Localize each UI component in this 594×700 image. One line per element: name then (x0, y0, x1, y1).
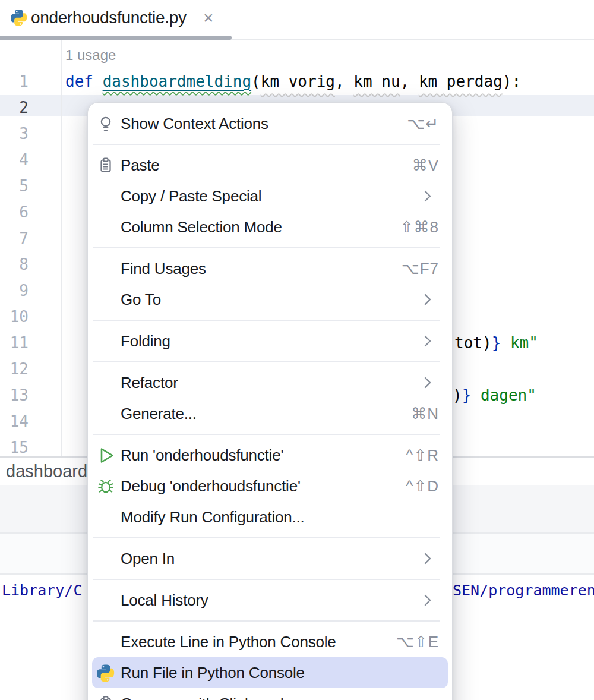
menu-item-execute-line-in-python-console[interactable]: Execute Line in Python Console⌥⇧E (92, 626, 448, 657)
menu-item-label: Compare with Clipboard (121, 695, 439, 700)
line-number[interactable]: 13 (0, 382, 29, 408)
menu-item-run-file-in-python-console[interactable]: Run File in Python Console (92, 657, 448, 688)
menu-separator (93, 361, 440, 362)
usage-inlay-hint[interactable]: 1 usage (65, 42, 116, 68)
code-line-1: def dashboardmelding(km_vorig, km_nu, km… (65, 68, 521, 94)
editor-context-menu: Show Context Actions⌥↵Paste⌘VCopy / Past… (87, 102, 453, 700)
editor-tab-bar: onderhoudsfunctie.py × (0, 0, 594, 40)
console-path-right: SEN/programmeren (453, 581, 594, 600)
menu-item-copy-paste-special[interactable]: Copy / Paste Special (92, 181, 448, 212)
code-fragment-line-13: )} dagen" (453, 382, 536, 408)
code-fragment-line-11: tot)} km" (454, 330, 538, 356)
chevron-right-icon (424, 594, 432, 607)
code-token-param: km_vorig (261, 72, 335, 90)
menu-item-label: Debug 'onderhoudsfunctie' (121, 477, 406, 496)
console-path-left: Library/C (2, 581, 87, 600)
code-token-function: dashboardmelding (103, 72, 251, 90)
menu-item-label: Local History (121, 591, 424, 610)
menu-item-label: Paste (121, 156, 412, 175)
chevron-right-icon (424, 293, 432, 306)
line-number[interactable]: 6 (0, 199, 29, 225)
chevron-right-icon (424, 335, 432, 348)
line-number[interactable]: 12 (0, 356, 29, 382)
line-number[interactable]: 8 (0, 251, 29, 278)
python-file-icon (11, 9, 27, 26)
menu-item-refactor[interactable]: Refactor (92, 367, 448, 398)
line-number[interactable]: 3 (0, 121, 29, 147)
menu-item-find-usages[interactable]: Find Usages⌥F7 (92, 253, 448, 284)
menu-item-shortcut: ⌥↵ (407, 115, 439, 133)
menu-item-label: Open In (121, 550, 424, 568)
code-token-string: km" (501, 334, 538, 352)
menu-item-modify-run-configuration[interactable]: Modify Run Configuration... (92, 502, 448, 532)
menu-item-local-history[interactable]: Local History (92, 585, 448, 616)
tab-close-icon[interactable]: × (203, 0, 214, 36)
menu-item-shortcut: ⇧⌘8 (400, 218, 439, 237)
menu-item-generate[interactable]: Generate...⌘N (92, 398, 448, 429)
menu-item-folding[interactable]: Folding (92, 326, 448, 357)
menu-item-show-context-actions[interactable]: Show Context Actions⌥↵ (92, 108, 448, 139)
paste-icon (97, 695, 115, 700)
menu-item-run-onderhoudsfunctie[interactable]: Run 'onderhoudsfunctie'^⇧R (92, 440, 448, 471)
line-number[interactable]: 4 (0, 147, 29, 173)
run-icon (97, 446, 115, 464)
menu-separator (93, 144, 440, 145)
menu-separator (93, 579, 440, 580)
menu-item-label: Refactor (121, 374, 424, 392)
python-logo-icon (97, 664, 115, 682)
menu-separator (93, 537, 440, 538)
menu-item-shortcut: ^⇧D (406, 477, 439, 496)
editor-gutter: 123456789101112131415 (0, 40, 62, 456)
menu-item-debug-onderhoudsfunctie[interactable]: Debug 'onderhoudsfunctie'^⇧D (92, 471, 448, 502)
menu-item-label: Run 'onderhoudsfunctie' (121, 446, 406, 465)
line-number[interactable]: 2 (0, 94, 29, 121)
line-number[interactable]: 14 (0, 408, 29, 434)
code-token-plain: , (335, 72, 353, 90)
line-number[interactable]: 10 (0, 304, 29, 330)
active-tab-indicator (0, 36, 232, 40)
line-number[interactable]: 9 (0, 278, 29, 304)
menu-item-label: Show Context Actions (121, 115, 407, 133)
menu-item-shortcut: ⌘N (411, 405, 439, 423)
menu-separator (93, 434, 440, 435)
chevron-right-icon (424, 552, 432, 565)
menu-item-column-selection-mode[interactable]: Column Selection Mode⇧⌘8 (92, 212, 448, 242)
menu-item-label: Column Selection Mode (121, 218, 400, 237)
code-token-keyword: def (65, 72, 103, 90)
lightbulb-icon (97, 115, 115, 133)
line-number[interactable]: 1 (0, 68, 29, 94)
menu-item-shortcut: ⌥⇧E (396, 633, 439, 651)
menu-item-label: Go To (121, 291, 424, 309)
menu-item-label: Find Usages (121, 260, 402, 278)
menu-item-label: Run File in Python Console (121, 664, 439, 682)
code-token-string: dagen" (471, 386, 536, 404)
code-token-plain: , (400, 72, 419, 90)
code-token-plain: ): (503, 72, 521, 90)
menu-item-go-to[interactable]: Go To (92, 284, 448, 315)
menu-item-open-in[interactable]: Open In (92, 543, 448, 574)
line-number[interactable]: 11 (0, 330, 29, 356)
menu-item-shortcut: ⌘V (412, 156, 439, 175)
code-token-brace: } (492, 334, 501, 352)
menu-separator (93, 620, 440, 622)
menu-separator (93, 247, 440, 248)
line-number[interactable]: 5 (0, 173, 29, 199)
code-token-brace: } (462, 386, 472, 404)
chevron-right-icon (424, 190, 432, 203)
menu-item-label: Modify Run Configuration... (121, 508, 439, 526)
menu-item-shortcut: ⌥F7 (402, 260, 439, 278)
code-token-plain: tot) (454, 334, 492, 352)
debug-icon (97, 477, 115, 495)
chevron-right-icon (424, 376, 432, 389)
menu-item-paste[interactable]: Paste⌘V (92, 150, 448, 181)
function-name: dashboardmelding (103, 72, 251, 90)
line-number[interactable]: 7 (0, 225, 29, 251)
tab-title[interactable]: onderhoudsfunctie.py (31, 0, 187, 36)
menu-item-compare-with-clipboard[interactable]: Compare with Clipboard (92, 688, 448, 700)
code-token-param: km_nu (353, 72, 400, 90)
menu-separator (93, 320, 440, 321)
code-token-plain: ) (453, 386, 462, 404)
code-token-param: km_perdag (419, 72, 503, 90)
code-token-plain: ( (251, 72, 261, 90)
menu-item-label: Execute Line in Python Console (121, 633, 396, 651)
